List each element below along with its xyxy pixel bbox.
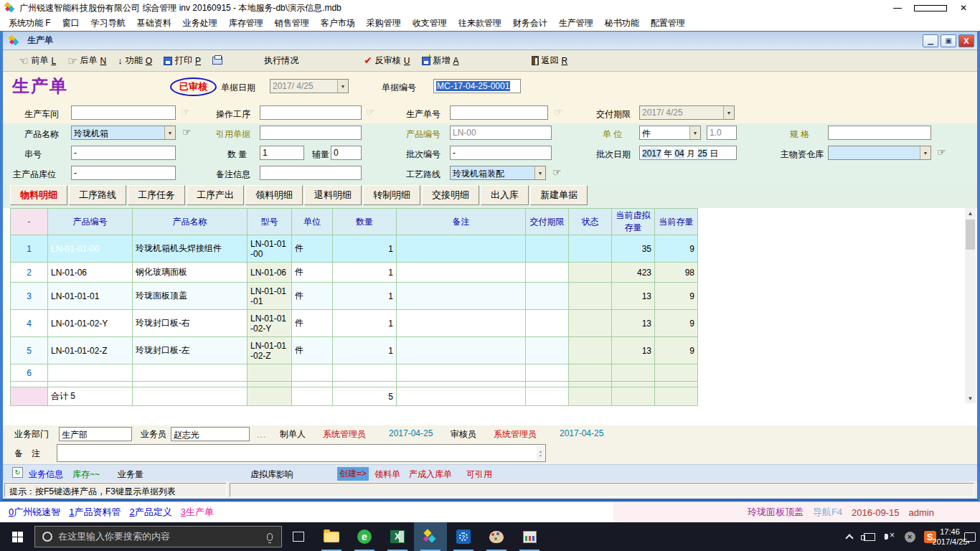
picking-order-link[interactable]: 领料单: [374, 468, 400, 481]
finished-instock-link[interactable]: 产成入库单: [409, 468, 452, 481]
salesman-more-button[interactable]: ...: [257, 430, 266, 440]
scroll-down-icon[interactable]: ▼: [968, 393, 974, 403]
workshop-picker-hand-icon[interactable]: ☞: [181, 106, 190, 118]
grid-cell[interactable]: [397, 310, 526, 337]
route-combo[interactable]: 玲珑机箱装配▼: [450, 166, 546, 180]
open-window-tab-3[interactable]: 3生产单: [181, 506, 214, 519]
grid-cell[interactable]: [569, 382, 612, 387]
op-picker-hand-icon[interactable]: ☞: [366, 106, 375, 118]
minimize-button[interactable]: —: [881, 0, 914, 16]
grid-cell[interactable]: [397, 283, 526, 310]
grid-cell[interactable]: [292, 382, 333, 387]
grid-cell[interactable]: [133, 364, 248, 382]
grid-cell[interactable]: [526, 283, 569, 310]
grid-cell[interactable]: 件: [292, 235, 333, 263]
grid-cell[interactable]: LN-01-01-01: [48, 283, 133, 310]
grid-cell[interactable]: [526, 235, 569, 263]
menu-item-12[interactable]: 生产管理: [553, 16, 599, 31]
spec-input[interactable]: [828, 126, 931, 140]
grid-cell[interactable]: [569, 310, 612, 337]
scroll-thumb[interactable]: [966, 220, 975, 250]
grid-cell[interactable]: [526, 263, 569, 283]
menu-item-7[interactable]: 客户市场: [315, 16, 361, 31]
erp-app-button[interactable]: [414, 522, 447, 551]
taskbar-search[interactable]: 在这里输入你要搜索的内容: [34, 526, 282, 547]
grid-cell[interactable]: LN-01-06: [248, 263, 292, 283]
grid-scrollbar[interactable]: ▲ ▼: [965, 208, 976, 403]
unit-combo[interactable]: 件▼: [639, 126, 701, 140]
deadline-combo[interactable]: 2017/ 4/25▼: [639, 105, 735, 120]
main-warehouse-combo[interactable]: ▼: [828, 146, 931, 160]
menu-item-4[interactable]: 业务处理: [177, 16, 223, 31]
grid-cell[interactable]: 9: [655, 310, 698, 337]
op-process-input[interactable]: [260, 105, 362, 120]
grid-cell[interactable]: 1: [333, 235, 397, 263]
menu-item-2[interactable]: 学习导航: [85, 16, 131, 31]
paint-app-button[interactable]: [480, 522, 513, 551]
scroll-up-icon[interactable]: ▲: [968, 208, 974, 218]
dept-input[interactable]: 生产部: [59, 427, 132, 441]
stock-link[interactable]: 库存~~: [72, 468, 100, 481]
settings-app-button[interactable]: ?: [447, 522, 480, 551]
memo-input[interactable]: [260, 166, 362, 180]
grid-cell[interactable]: LN-01-01-00: [248, 235, 292, 263]
toolbar-unapprove-icon-6[interactable]: ✔反审核U: [364, 55, 410, 67]
excel-button[interactable]: X: [381, 522, 414, 551]
grid-cell[interactable]: 1: [333, 263, 397, 283]
grid-cell[interactable]: [48, 364, 133, 382]
close-button[interactable]: ✕: [947, 0, 980, 16]
unit-factor-input[interactable]: 1.0: [707, 126, 737, 140]
toolbar-function-icon-2[interactable]: ↓功能O: [118, 55, 152, 67]
grid-cell[interactable]: 9: [655, 337, 698, 364]
grid-cell[interactable]: LN-01-01-00: [48, 235, 133, 263]
spinner-icons[interactable]: ▲▼: [537, 446, 545, 461]
grid-cell[interactable]: LN-01-06: [48, 263, 133, 283]
toolbar-new-doc-icon-7[interactable]: 新增A: [422, 55, 459, 67]
grid-cell[interactable]: [333, 382, 397, 387]
toolbar-printer-icon[interactable]: [212, 57, 222, 65]
menu-item-14[interactable]: 配置管理: [645, 16, 691, 31]
grid-cell[interactable]: 35: [612, 235, 655, 263]
grid-cell[interactable]: 1: [333, 283, 397, 310]
product-name-combo[interactable]: 玲珑机箱▼: [71, 126, 176, 140]
child-minimize-button[interactable]: ▁: [923, 34, 938, 47]
grid-cell[interactable]: [569, 263, 612, 283]
grid-cell[interactable]: [569, 235, 612, 263]
tray-close-button[interactable]: ×: [900, 522, 920, 551]
grid-cell[interactable]: [569, 364, 612, 382]
grid-cell[interactable]: [248, 364, 292, 382]
grid-cell[interactable]: [397, 382, 526, 387]
grid-cell[interactable]: [612, 382, 655, 387]
grid-cell[interactable]: [526, 364, 569, 382]
grid-cell[interactable]: 13: [612, 337, 655, 364]
toolbar-next-doc-icon-1[interactable]: ☞后单N: [67, 55, 106, 67]
toolbar-print-icon-3[interactable]: 打印P: [164, 55, 201, 67]
grid-cell[interactable]: 件: [292, 283, 333, 310]
grid-cell[interactable]: [397, 337, 526, 364]
menu-item-13[interactable]: 秘书功能: [599, 16, 645, 31]
serial-input[interactable]: -: [71, 146, 176, 160]
grid-cell[interactable]: 1: [11, 235, 48, 263]
network-button[interactable]: [859, 522, 880, 551]
tab-1[interactable]: 工序路线: [69, 185, 126, 205]
open-window-tab-2[interactable]: 2产品定义: [129, 506, 171, 519]
grid-cell[interactable]: 1: [333, 310, 397, 337]
open-window-tab-0[interactable]: 0广州锐速智: [9, 506, 60, 519]
chevron-down-icon[interactable]: ▼: [337, 80, 348, 93]
main-product-loc-input[interactable]: -: [71, 166, 176, 180]
menu-item-0[interactable]: 系统功能 F: [3, 16, 57, 31]
grid-cell[interactable]: 6: [11, 364, 48, 382]
grid-cell[interactable]: LN-01-01-02-Y: [48, 310, 133, 337]
grid-cell[interactable]: [569, 283, 612, 310]
grid-cell[interactable]: [248, 382, 292, 387]
grid-cell[interactable]: 玲珑机箱机头焊接组件: [133, 235, 248, 263]
grid-cell[interactable]: [569, 337, 612, 364]
doc-no-input[interactable]: MC-17-04-25-0001: [433, 79, 521, 93]
grid-cell[interactable]: 9: [655, 283, 698, 310]
grid-cell[interactable]: LN-01-01-02-Y: [248, 310, 292, 337]
workshop-input[interactable]: [71, 105, 176, 120]
grid-cell[interactable]: [397, 263, 526, 283]
product-code-input[interactable]: LN-00: [450, 126, 552, 140]
biz-info-link[interactable]: 业务信息: [29, 468, 63, 481]
grid-cell[interactable]: 4: [11, 310, 48, 337]
